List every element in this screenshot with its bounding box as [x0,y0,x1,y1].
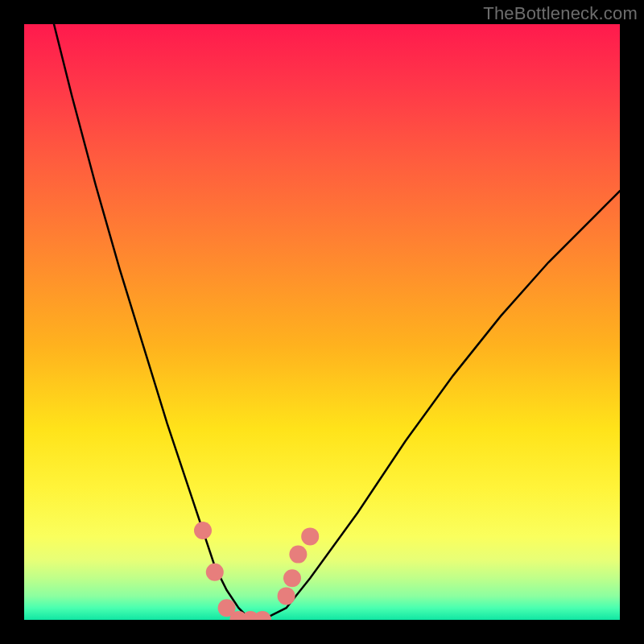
watermark-text: TheBottleneck.com [483,3,638,24]
chart-frame: TheBottleneck.com [0,0,644,644]
plot-area [24,24,620,620]
gradient-background [24,24,620,620]
